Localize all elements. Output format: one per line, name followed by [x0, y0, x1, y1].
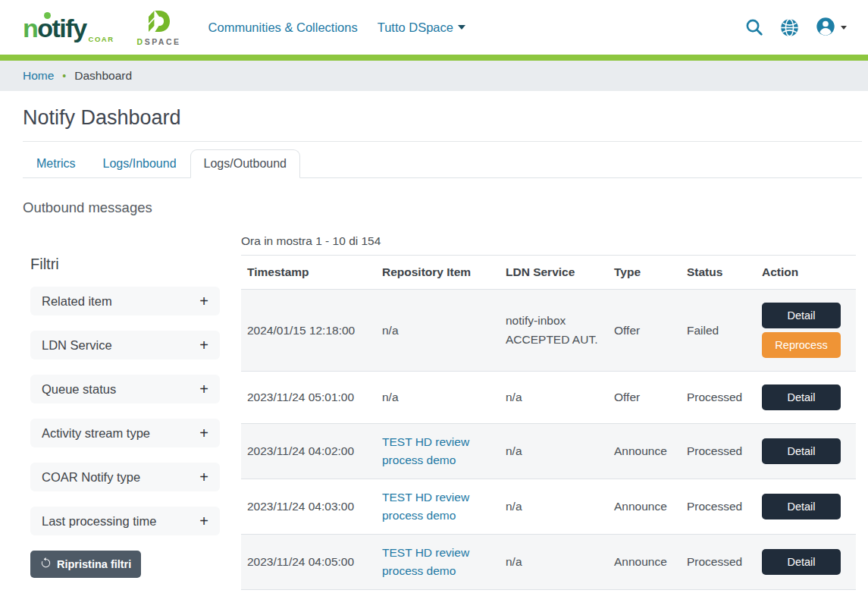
type-cell: Announce — [608, 535, 681, 590]
nav-scope-dropdown[interactable]: Tutto DSpace — [378, 20, 465, 35]
repository-item-link[interactable]: TEST HD review process demo — [382, 435, 469, 466]
plus-icon: + — [199, 425, 208, 441]
type-cell: Offer — [608, 372, 681, 424]
breadcrumb-home-link[interactable]: Home — [23, 69, 54, 83]
timestamp-cell: 2023/11/24 05:01:00 — [241, 372, 376, 424]
filter-related-item[interactable]: Related item + — [30, 287, 220, 315]
col-repository-item: Repository Item — [376, 256, 500, 290]
header-icon-group — [744, 16, 847, 39]
status-cell: Failed — [681, 290, 756, 372]
outbound-log-table: Timestamp Repository Item LDN Service Ty… — [241, 255, 856, 590]
filter-queue-status[interactable]: Queue status + — [30, 375, 220, 403]
notify-wordmark-n: n — [23, 14, 37, 42]
plus-icon: + — [199, 293, 208, 309]
user-menu[interactable] — [815, 16, 847, 39]
table-row: 2023/11/24 04:03:00 TEST HD review proce… — [241, 479, 856, 535]
detail-button[interactable]: Detail — [762, 438, 841, 464]
repository-item-link[interactable]: TEST HD review process demo — [382, 491, 469, 522]
action-cell: Detail — [756, 424, 856, 479]
page-title: Notify Dashboard — [23, 106, 845, 130]
action-cell: Detail — [756, 372, 856, 424]
col-type: Type — [608, 256, 681, 290]
timestamp-cell: 2024/01/15 12:18:00 — [241, 290, 376, 372]
type-cell: Announce — [608, 424, 681, 479]
outbound-log-results: Ora in mostra 1 - 10 di 154 Timestamp Re… — [241, 216, 856, 590]
repository-item-cell: n/a — [376, 372, 500, 424]
caret-down-icon — [841, 26, 847, 30]
content-area: Filtri Related item + LDN Service + Queu… — [30, 216, 856, 590]
action-cell: Detail Reprocess — [756, 290, 856, 372]
type-cell: Offer — [608, 290, 681, 372]
timestamp-cell: 2023/11/24 04:05:00 — [241, 535, 376, 590]
ldn-service-cell: n/a — [500, 372, 608, 424]
top-header: notifyCOAR DSPACE Communities & Collecti… — [0, 0, 868, 55]
ldn-service-cell: n/a — [500, 479, 608, 535]
filter-activity-stream-type[interactable]: Activity stream type + — [30, 419, 220, 447]
status-cell: Processed — [681, 535, 756, 590]
table-row: 2023/11/24 04:02:00 TEST HD review proce… — [241, 424, 856, 479]
reset-filters-button[interactable]: Ripristina filtri — [30, 551, 141, 578]
col-action: Action — [756, 256, 856, 290]
accent-bar — [0, 55, 868, 61]
section-heading: Outbound messages — [23, 199, 845, 216]
filters-title: Filtri — [30, 256, 220, 273]
filter-coar-notify-type[interactable]: COAR Notify type + — [30, 463, 220, 491]
status-cell: Processed — [681, 424, 756, 479]
dspace-logo-icon — [147, 11, 171, 35]
plus-icon: + — [199, 337, 208, 353]
breadcrumb-current: Dashboard — [74, 69, 132, 83]
repository-item-cell: n/a — [376, 290, 500, 372]
plus-icon: + — [199, 513, 208, 529]
status-cell: Processed — [681, 479, 756, 535]
tab-logs-inbound[interactable]: Logs/Inbound — [89, 149, 190, 178]
filter-last-processing-time[interactable]: Last processing time + — [30, 507, 220, 535]
filter-ldn-service[interactable]: LDN Service + — [30, 331, 220, 359]
timestamp-cell: 2023/11/24 04:02:00 — [241, 424, 376, 479]
repository-item-cell: TEST HD review process demo — [376, 535, 500, 590]
col-status: Status — [681, 256, 756, 290]
filters-sidebar: Filtri Related item + LDN Service + Queu… — [30, 216, 220, 578]
plus-icon: + — [199, 381, 208, 397]
nav-communities-collections[interactable]: Communities & Collections — [208, 20, 358, 35]
repository-item-cell: TEST HD review process demo — [376, 479, 500, 535]
status-cell: Processed — [681, 372, 756, 424]
detail-button[interactable]: Detail — [762, 549, 841, 575]
arrow-counterclockwise-icon — [40, 557, 52, 571]
dashboard-tabs: Metrics Logs/Inbound Logs/Outbound — [23, 149, 862, 178]
notify-logo: notifyCOAR DSPACE — [23, 9, 181, 46]
reprocess-button[interactable]: Reprocess — [762, 332, 841, 358]
notify-logo-dot — [44, 12, 51, 19]
results-summary: Ora in mostra 1 - 10 di 154 — [241, 234, 856, 248]
title-divider — [23, 141, 862, 142]
detail-button[interactable]: Detail — [762, 494, 841, 519]
table-header-row: Timestamp Repository Item LDN Service Ty… — [241, 256, 856, 290]
ldn-service-cell: notify-inbox ACCEPTED AUT. — [500, 290, 608, 372]
search-icon[interactable] — [744, 17, 764, 37]
breadcrumb-separator: • — [62, 70, 66, 82]
main-nav: Communities & Collections Tutto DSpace — [208, 20, 465, 35]
dspace-logo-text: DSPACE — [137, 37, 181, 46]
table-row: 2024/01/15 12:18:00 n/a notify-inbox ACC… — [241, 290, 856, 372]
repository-item-link[interactable]: TEST HD review process demo — [382, 546, 469, 577]
table-row: 2023/11/24 05:01:00 n/a n/a Offer Proces… — [241, 372, 856, 424]
tab-metrics[interactable]: Metrics — [23, 149, 89, 178]
breadcrumb: Home • Dashboard — [0, 61, 868, 91]
language-globe-icon[interactable] — [779, 17, 800, 38]
plus-icon: + — [199, 469, 208, 485]
table-row: 2023/11/24 04:05:00 TEST HD review proce… — [241, 535, 856, 590]
action-cell: Detail — [756, 535, 856, 590]
detail-button[interactable]: Detail — [762, 303, 841, 328]
notify-wordmark: notifyCOAR — [23, 9, 114, 41]
detail-button[interactable]: Detail — [762, 384, 841, 410]
timestamp-cell: 2023/11/24 04:03:00 — [241, 479, 376, 535]
caret-down-icon — [458, 25, 465, 30]
ldn-service-cell: n/a — [500, 424, 608, 479]
col-ldn-service: LDN Service — [500, 256, 608, 290]
user-icon — [815, 16, 836, 39]
type-cell: Announce — [608, 479, 681, 535]
repository-item-cell: TEST HD review process demo — [376, 424, 500, 479]
col-timestamp: Timestamp — [241, 256, 376, 290]
tab-logs-outbound[interactable]: Logs/Outbound — [190, 149, 300, 178]
ldn-service-cell: n/a — [500, 535, 608, 590]
action-cell: Detail — [756, 479, 856, 535]
